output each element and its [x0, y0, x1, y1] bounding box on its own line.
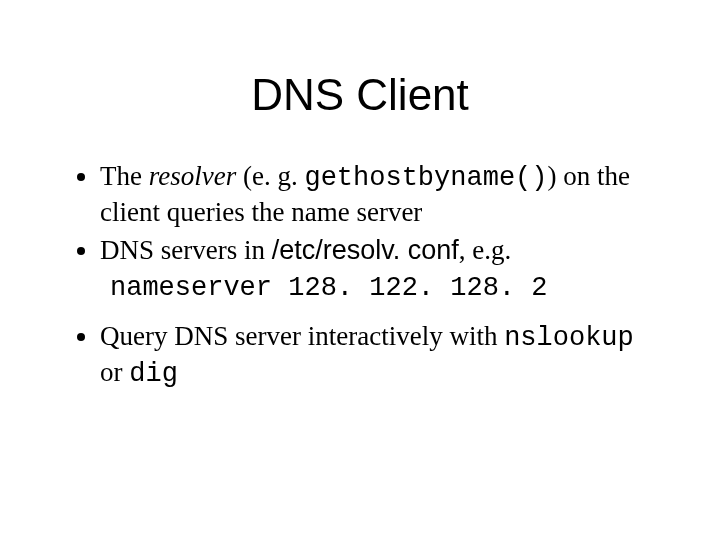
resolver-term: resolver	[149, 161, 236, 191]
code-gethostbyname: gethostbyname()	[304, 163, 547, 193]
code-dig: dig	[129, 359, 178, 389]
text: or	[100, 357, 129, 387]
text: The	[100, 161, 149, 191]
bullet-list-2: Query DNS server interactively with nslo…	[60, 320, 660, 392]
slide: DNS Client The resolver (e. g. gethostby…	[0, 0, 720, 540]
bullet-list: The resolver (e. g. gethostbyname()) on …	[60, 160, 660, 267]
text: (e. g.	[236, 161, 304, 191]
bullet-2: DNS servers in /etc/resolv. conf, e.g.	[100, 234, 660, 268]
file-path: /etc/resolv. conf	[272, 235, 459, 265]
example-nameserver: nameserver 128. 122. 128. 2	[110, 271, 660, 306]
text: Query DNS server interactively with	[100, 321, 504, 351]
text: , e.g.	[459, 235, 511, 265]
slide-title: DNS Client	[60, 70, 660, 120]
code-nslookup: nslookup	[504, 323, 634, 353]
bullet-3: Query DNS server interactively with nslo…	[100, 320, 660, 392]
text: DNS servers in	[100, 235, 272, 265]
bullet-1: The resolver (e. g. gethostbyname()) on …	[100, 160, 660, 230]
